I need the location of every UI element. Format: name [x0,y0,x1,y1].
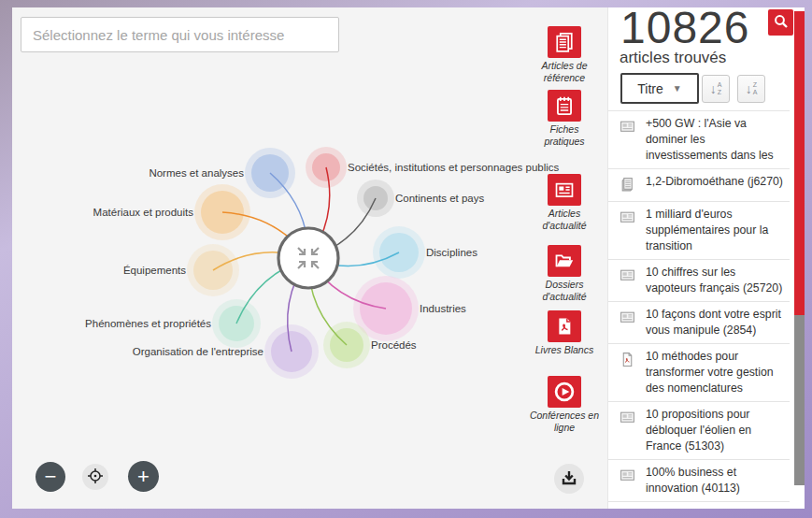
download-icon [561,469,577,489]
search-icon [773,13,790,33]
result-title[interactable]: 10 chiffres sur les vapoteurs français (… [646,265,786,296]
resource-type-1[interactable]: Articles de référence [529,26,600,84]
arrow-down-icon: ↓ [746,82,752,95]
resource-type-5[interactable]: Livres Blancs [529,310,600,356]
result-title[interactable]: +500 GW : l'Asie va dominer les investis… [646,116,786,164]
resource-type-column: Articles de référenceFiches pratiquesArt… [529,7,600,509]
zoom-in-button[interactable]: + [128,461,159,492]
topic-label[interactable]: Organisation de l'entreprise [133,346,264,357]
newspaper-icon [620,209,636,229]
livres-blancs-icon[interactable] [548,310,581,342]
center-view-button[interactable] [82,464,108,490]
mindmap-diagram: Normes et analysesSociétés, institutions… [12,7,607,509]
conferences-icon[interactable] [548,376,581,408]
topic-label[interactable]: Phénomènes et propriétés [85,318,211,329]
result-item[interactable]: 1,2-Dibromoéthane (j6270) [608,169,790,202]
result-title[interactable]: 1 milliard d'euros supplémentaires pour … [646,207,786,254]
sort-field-value: Titre [637,81,662,96]
result-item[interactable]: 1 milliard d'euros supplémentaires pour … [608,202,790,260]
resource-type-label: Fiches pratiques [529,123,600,148]
result-item[interactable]: 10 façons dont votre esprit vous manipul… [608,302,790,344]
dossiers-actualite-icon[interactable] [548,245,581,277]
result-title[interactable]: 10 façons dont votre esprit vous manipul… [646,307,786,338]
resource-type-label: Livres Blancs [529,344,600,356]
resource-type-2[interactable]: Fiches pratiques [529,90,600,148]
articles-reference-icon[interactable] [548,26,581,58]
results-count-label: articles trouvés [620,49,726,67]
pdf-icon [620,352,636,371]
results-list: +500 GW : l'Asie va dominer les investis… [608,110,790,509]
sort-field-dropdown[interactable]: Titre ▼ [620,73,699,104]
resource-type-label: Articles d'actualité [529,208,600,232]
search-button[interactable] [768,9,793,36]
topic-label[interactable]: Procédés [371,339,417,351]
sort-ascending-button[interactable]: ↓ AZ [702,75,730,103]
download-button[interactable] [554,464,584,494]
zoom-out-button[interactable]: − [36,462,65,492]
resource-type-label: Conférences en ligne [529,410,600,434]
result-title[interactable]: 100% de gaz renouvelable en 2050 ? (5183… [646,507,786,509]
fiches-pratiques-icon[interactable] [548,90,581,122]
result-title[interactable]: 1,2-Dibromoéthane (j6270) [646,174,783,190]
mindmap-area: Normes et analysesSociétés, institutions… [12,7,607,509]
topic-label[interactable]: Sociétés, institutions et personnages pu… [348,162,560,173]
topic-label[interactable]: Matériaux et produits [93,207,194,218]
newspaper-icon [620,309,636,329]
resource-type-6[interactable]: Conférences en ligne [529,376,600,434]
result-item[interactable]: 100% business et innovation (40113) [608,460,790,502]
arrow-down-icon: ↓ [710,82,717,95]
topic-label[interactable]: Normes et analyses [149,167,244,179]
newspaper-icon [620,267,636,287]
newspaper-icon [620,468,636,487]
resource-type-label: Dossiers d'actualité [529,279,600,303]
app-window: Normes et analysesSociétés, institutions… [12,7,805,509]
result-title[interactable]: 10 méthodes pour transformer votre gesti… [646,349,786,396]
articles-actualite-icon[interactable] [548,174,581,206]
reference-icon [620,177,636,196]
chevron-down-icon: ▼ [673,83,682,94]
newspaper-icon [620,119,636,138]
scrollbar-track[interactable] [794,315,805,485]
result-title[interactable]: 10 propositions pour débloquer l'éolien … [646,407,786,454]
resource-type-4[interactable]: Dossiers d'actualité [529,245,600,303]
topic-label[interactable]: Industries [420,303,466,314]
scrollbar-thumb[interactable] [794,11,805,315]
results-count: 10826 [620,2,749,53]
result-item[interactable]: 10 chiffres sur les vapoteurs français (… [608,260,790,302]
result-item[interactable]: 10 propositions pour débloquer l'éolien … [608,402,790,460]
result-item[interactable]: 10 méthodes pour transformer votre gesti… [608,344,790,402]
result-title[interactable]: 100% business et innovation (40113) [646,465,786,496]
results-scrollbar[interactable] [794,7,805,509]
topic-label[interactable]: Équipements [123,265,186,276]
crosshair-icon [87,468,104,487]
topic-label[interactable]: Continents et pays [395,193,485,204]
result-item[interactable]: +500 GW : l'Asie va dominer les investis… [608,111,790,169]
result-item[interactable]: 100% de gaz renouvelable en 2050 ? (5183… [608,502,790,509]
resource-type-label: Articles de référence [529,60,600,84]
results-panel: 10826 articles trouvés Titre ▼ ↓ AZ ↓ ZA… [607,7,805,509]
resource-type-3[interactable]: Articles d'actualité [529,174,600,232]
mindmap-center-node[interactable] [278,228,338,288]
sort-descending-button[interactable]: ↓ ZA [737,75,765,103]
newspaper-icon [620,410,636,429]
topic-label[interactable]: Disciplines [426,247,477,258]
